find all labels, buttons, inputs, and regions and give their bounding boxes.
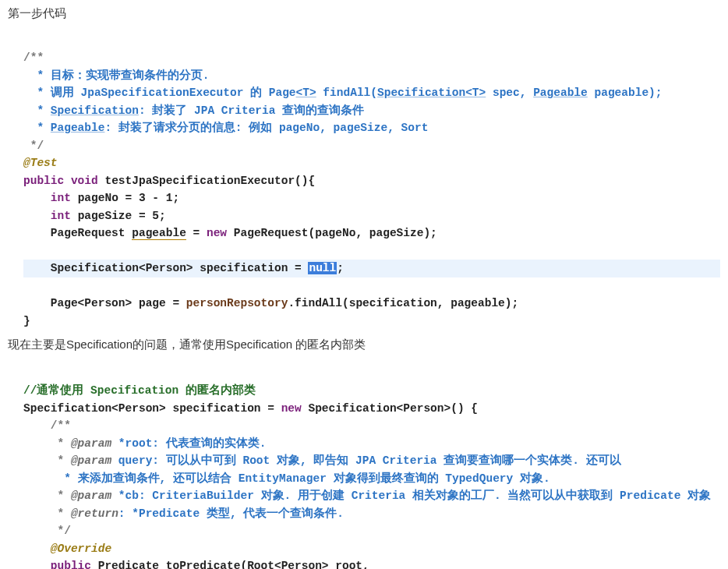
kw-new2: new xyxy=(281,402,309,415)
tag-param1: @param xyxy=(71,437,111,450)
kw-int1: int xyxy=(23,192,78,204)
doc-query2: * 来添加查询条件, 还可以结合 EntityManager 对象得到最终查询的… xyxy=(30,472,557,485)
kw-public: public xyxy=(23,175,71,187)
ctor: PageRequest(pageNo, pageSize); xyxy=(234,227,437,239)
doc-star2 xyxy=(23,87,30,99)
kw-int2: int xyxy=(23,210,78,222)
line-comment: //通常使用 Specification 的匿名内部类 xyxy=(23,384,256,397)
doc-goal: * 目标：实现带查询条件的分页. xyxy=(30,69,210,82)
doc-close: */ xyxy=(23,140,44,152)
spec-decl2: Specification<Person> specification = xyxy=(23,402,281,415)
tag-param3: @param xyxy=(71,489,111,502)
type-pagerequest: PageRequest xyxy=(23,227,132,239)
doc-query: query: 可以从中可到 Root 对象, 即告知 JPA Criteria … xyxy=(111,454,620,467)
code-block-1: /** * 目标：实现带查询条件的分页. * 调用 JpaSpecificati… xyxy=(23,32,720,330)
field-repo: personRepsotory xyxy=(186,297,288,309)
generic-t2: <T> xyxy=(465,87,486,99)
t: * xyxy=(23,437,71,450)
type-spec: Specification xyxy=(377,87,465,99)
kw-new: new xyxy=(207,227,234,239)
tag-return: @return xyxy=(71,507,118,520)
t: 的 xyxy=(250,87,262,99)
doc-open: /** xyxy=(23,51,44,64)
type-spec2: Specification xyxy=(51,104,139,117)
kw-void: void xyxy=(71,175,105,187)
generic-t: <T> xyxy=(296,87,316,99)
t: * xyxy=(30,104,51,117)
anon-class: Specification<Person>() { xyxy=(308,402,478,415)
code-block-2: //通常使用 Specification 的匿名内部类 Specificatio… xyxy=(23,365,720,569)
type-pageable2: Pageable xyxy=(51,122,105,134)
prose-1: 现在主要是Specification的问题，通常使用Specification … xyxy=(8,338,720,352)
t: = xyxy=(186,227,207,239)
var-pagesize: pageSize = 5; xyxy=(78,210,166,222)
selected-null: null xyxy=(308,262,337,274)
t: * xyxy=(23,454,71,467)
heading-step1: 第一步代码 xyxy=(8,6,720,21)
spec-decl: Specification<Person> specification = xyxy=(23,262,308,274)
t: * xyxy=(23,489,71,502)
close-brace: } xyxy=(23,315,30,327)
doc2-open: /** xyxy=(23,419,71,432)
call-findall: .findAll(specification, pageable); xyxy=(288,297,518,309)
t: spec, xyxy=(486,87,533,99)
t: : 封装了请求分页的信息: 例如 pageNo, pageSize, Sort xyxy=(104,122,428,134)
doc2-close: */ xyxy=(23,525,71,537)
highlight-line-1: Specification<Person> specification = nu… xyxy=(23,260,720,277)
annotation-override: @Override xyxy=(23,542,111,555)
tag-param2: @param xyxy=(71,454,111,467)
var-pageable: pageable xyxy=(132,227,186,240)
var-pageno: pageNo = 3 - 1; xyxy=(78,192,180,204)
t: * xyxy=(30,122,51,134)
doc-star xyxy=(23,69,30,82)
method-topredicate: Predicate toPredicate(Root<Person> root, xyxy=(98,560,369,569)
kw-public2: public xyxy=(23,560,98,569)
doc-cb: *cb: CriteriaBuilder 对象. 用于创建 Criteria 相… xyxy=(111,489,711,502)
doc-call-a: * 调用 JpaSpecificationExecutor xyxy=(30,87,250,99)
doc-star3 xyxy=(23,104,30,117)
t xyxy=(23,472,30,485)
annotation-test: @Test xyxy=(23,157,58,169)
doc-star4 xyxy=(23,122,30,134)
t: ; xyxy=(337,262,344,274)
t: findAll( xyxy=(316,87,377,99)
t: Page xyxy=(262,87,296,99)
doc-return: : *Predicate 类型, 代表一个查询条件. xyxy=(118,507,351,520)
doc-root: *root: 代表查询的实体类. xyxy=(111,437,273,450)
page-decl: Page<Person> page = xyxy=(23,297,186,309)
type-pageable: Pageable xyxy=(533,87,588,99)
t: * xyxy=(23,507,71,520)
t: pageable); xyxy=(588,87,663,99)
t: : 封装了 JPA Criteria 查询的查询条件 xyxy=(139,104,364,117)
method-name: testJpaSpecificationExecutor(){ xyxy=(104,175,315,187)
